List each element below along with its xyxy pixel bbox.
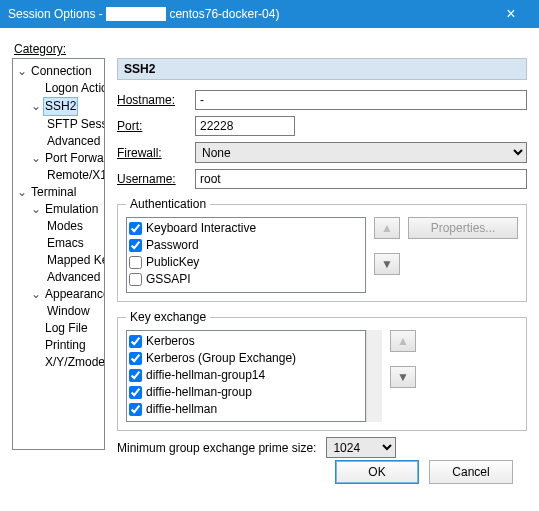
kex-move-up-button[interactable]: ▲ — [390, 330, 416, 352]
title-redacted — [106, 7, 166, 21]
auth-listbox[interactable]: Keyboard Interactive Password PublicKey … — [126, 217, 366, 293]
auth-move-up-button[interactable]: ▲ — [374, 217, 400, 239]
ok-button[interactable]: OK — [335, 460, 419, 484]
kex-move-down-button[interactable]: ▼ — [390, 366, 416, 388]
kex-item-label: Kerberos — [146, 333, 195, 350]
tree-printing[interactable]: Printing — [43, 337, 88, 354]
min-group-label: Minimum group exchange prime size: — [117, 441, 316, 455]
chevron-down-icon[interactable]: ⌄ — [31, 98, 41, 115]
kex-item-label: Kerberos (Group Exchange) — [146, 350, 296, 367]
auth-gssapi-check[interactable] — [129, 273, 142, 286]
authentication-group: Authentication Keyboard Interactive Pass… — [117, 197, 527, 302]
auth-item-label: PublicKey — [146, 254, 199, 271]
title-suffix: centos76-docker-04) — [169, 7, 279, 21]
auth-item-label: GSSAPI — [146, 271, 191, 288]
auth-kb-interactive-check[interactable] — [129, 222, 142, 235]
auth-item-label: Keyboard Interactive — [146, 220, 256, 237]
tree-terminal[interactable]: Terminal — [29, 184, 78, 201]
kex-item-label: diffie-hellman-group — [146, 384, 252, 401]
tree-remote-x11[interactable]: Remote/X11 — [45, 167, 105, 184]
username-label: Username: — [117, 172, 195, 186]
kex-item-label: diffie-hellman — [146, 401, 217, 418]
close-icon[interactable]: × — [491, 5, 531, 23]
scrollbar[interactable] — [366, 330, 382, 422]
cancel-button[interactable]: Cancel — [429, 460, 513, 484]
chevron-down-icon[interactable]: ⌄ — [17, 63, 27, 80]
tree-sftp-session[interactable]: SFTP Session — [45, 116, 105, 133]
panel-title: SSH2 — [117, 58, 527, 80]
tree-logon-actions[interactable]: Logon Actions — [43, 80, 105, 97]
tree-xyzmodem[interactable]: X/Y/Zmodem — [43, 354, 105, 371]
kex-item-label: diffie-hellman-group14 — [146, 367, 265, 384]
kex-check[interactable] — [129, 335, 142, 348]
key-exchange-legend: Key exchange — [126, 310, 210, 324]
tree-window[interactable]: Window — [45, 303, 92, 320]
tree-connection[interactable]: Connection — [29, 63, 94, 80]
firewall-select[interactable]: None — [195, 142, 527, 163]
chevron-down-icon[interactable]: ⌄ — [31, 286, 41, 303]
hostname-input[interactable] — [195, 90, 527, 110]
key-exchange-group: Key exchange Kerberos Kerberos (Group Ex… — [117, 310, 527, 431]
kex-check[interactable] — [129, 352, 142, 365]
chevron-down-icon[interactable]: ⌄ — [17, 184, 27, 201]
username-input[interactable] — [195, 169, 527, 189]
window-title: Session Options - centos76-docker-04) — [8, 7, 491, 22]
title-bar: Session Options - centos76-docker-04) × — [0, 0, 539, 28]
kex-check[interactable] — [129, 386, 142, 399]
firewall-label: Firewall: — [117, 146, 195, 160]
port-input[interactable] — [195, 116, 295, 136]
authentication-legend: Authentication — [126, 197, 210, 211]
tree-log-file[interactable]: Log File — [43, 320, 90, 337]
kex-check[interactable] — [129, 369, 142, 382]
chevron-down-icon[interactable]: ⌄ — [31, 201, 41, 218]
auth-password-check[interactable] — [129, 239, 142, 252]
tree-modes[interactable]: Modes — [45, 218, 85, 235]
tree-emulation[interactable]: Emulation — [43, 201, 100, 218]
tree-mapped-keys[interactable]: Mapped Keys — [45, 252, 105, 269]
hostname-label: Hostname: — [117, 93, 195, 107]
auth-publickey-check[interactable] — [129, 256, 142, 269]
auth-item-label: Password — [146, 237, 199, 254]
kex-listbox[interactable]: Kerberos Kerberos (Group Exchange) diffi… — [126, 330, 366, 422]
chevron-down-icon[interactable]: ⌄ — [31, 150, 41, 167]
category-label: Category: — [14, 42, 527, 56]
port-label: Port: — [117, 119, 195, 133]
auth-move-down-button[interactable]: ▼ — [374, 253, 400, 275]
category-tree[interactable]: ⌄Connection ·Logon Actions ⌄SSH2 SFTP Se… — [12, 58, 105, 450]
tree-ssh2[interactable]: SSH2 — [43, 97, 78, 116]
tree-advanced[interactable]: Advanced — [45, 133, 102, 150]
tree-appearance[interactable]: Appearance — [43, 286, 105, 303]
settings-panel: SSH2 Hostname: Port: Firewall: None User… — [117, 58, 527, 450]
kex-check[interactable] — [129, 403, 142, 416]
tree-port-forwarding[interactable]: Port Forwarding — [43, 150, 105, 167]
min-group-select[interactable]: 1024 — [326, 437, 396, 458]
properties-button[interactable]: Properties... — [408, 217, 518, 239]
title-prefix: Session Options - — [8, 7, 103, 21]
tree-advanced2[interactable]: Advanced — [45, 269, 102, 286]
tree-emacs[interactable]: Emacs — [45, 235, 86, 252]
